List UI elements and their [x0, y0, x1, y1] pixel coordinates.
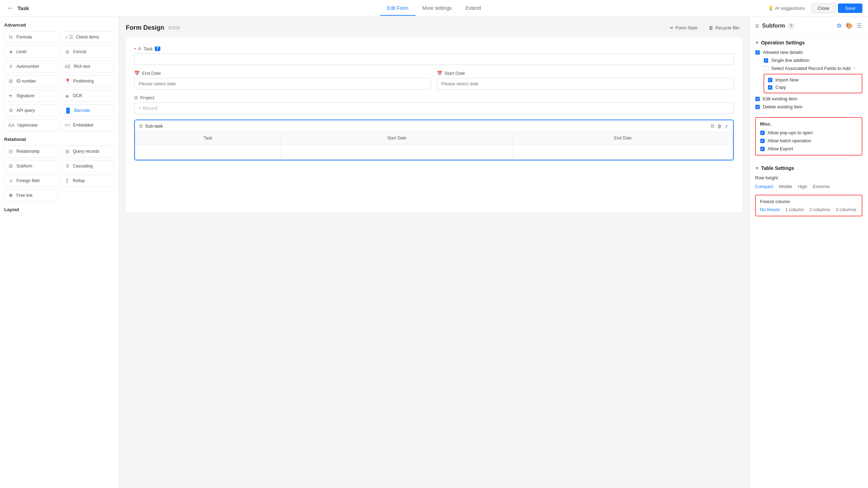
query-records-icon: ⊞: [65, 149, 70, 154]
import-copy-box: Import New Copy: [764, 74, 862, 93]
field-positioning[interactable]: 📍 Positioning: [61, 75, 115, 87]
task-type-badge: T: [155, 46, 160, 51]
field-formula[interactable]: fx Formula: [4, 31, 58, 43]
field-relationship[interactable]: ⊟ Relationship: [4, 145, 58, 157]
allowed-new-details-row: Allowed new details: [755, 50, 862, 55]
field-uppercase[interactable]: AA Uppercase: [4, 119, 58, 131]
freeze-2-columns[interactable]: 2 columns: [809, 207, 830, 212]
project-icon: ⊞: [134, 95, 138, 100]
positioning-icon: 📍: [65, 78, 71, 84]
field-ocr[interactable]: ◈ OCR: [61, 90, 115, 102]
field-barcode[interactable]: ▐▌ Barcode: [61, 105, 115, 116]
field-id-number[interactable]: ⊞ ID number: [4, 75, 58, 87]
field-signature[interactable]: ✒ Signature: [4, 90, 58, 102]
field-autonumber[interactable]: # Autonumber: [4, 60, 58, 72]
field-api-query[interactable]: ⚙ API query: [4, 105, 58, 116]
field-query-records[interactable]: ⊞ Query records: [61, 145, 115, 157]
table-settings-title[interactable]: ▼ Table Settings: [755, 165, 862, 171]
field-concat[interactable]: ⊕ Concat: [61, 46, 115, 58]
tab-edit-form[interactable]: Edit Form: [380, 1, 415, 16]
ocr-icon: ◈: [65, 93, 70, 99]
subform-table: Task Start Date End Date: [135, 132, 733, 160]
subform-cell: [135, 144, 281, 160]
back-button[interactable]: ←: [6, 3, 15, 13]
field-foreign-field[interactable]: ≡ Foreign field: [4, 175, 58, 187]
subform-header: ⊞ Sub-task ⧉ 🗑 ✓: [135, 120, 733, 132]
row-height-middle[interactable]: Middle: [779, 183, 792, 190]
level-icon: ★: [8, 49, 14, 55]
allow-batch-checkbox[interactable]: [760, 138, 765, 143]
free-link-icon: ✱: [8, 193, 14, 198]
relational-fields-grid: ⊟ Relationship ⊞ Query records ⊞ Subform…: [4, 145, 114, 201]
form-style-button[interactable]: ✏ Form Style: [667, 24, 701, 32]
edit-existing-checkbox[interactable]: [755, 96, 760, 101]
field-check-items[interactable]: ✓☰ Check items: [61, 31, 115, 43]
relationship-icon: ⊟: [8, 149, 14, 154]
select-associated-checkbox[interactable]: [764, 66, 768, 71]
panel-gear-icon[interactable]: ⚙: [836, 22, 842, 30]
subform-col-end-date: End Date: [513, 132, 733, 144]
delete-existing-checkbox[interactable]: [755, 105, 760, 109]
start-date-input[interactable]: [437, 78, 734, 89]
end-date-icon: 📅: [134, 71, 140, 76]
field-subform[interactable]: ⊞ Subform: [4, 160, 58, 172]
allowed-new-details-checkbox[interactable]: [755, 50, 760, 55]
subform-row-1: [135, 144, 733, 160]
api-query-icon: ⚙: [8, 108, 14, 113]
subform-delete-icon[interactable]: 🗑: [717, 123, 722, 129]
panel-menu-icon[interactable]: ☰: [856, 22, 862, 30]
panel-palette-icon[interactable]: 🎨: [845, 22, 853, 30]
misc-section: Misc. Allow pop-ups to open Allow batch …: [755, 117, 862, 156]
subform-container: ⊞ Sub-task ⧉ 🗑 ✓ Task Start Date E: [134, 120, 734, 160]
single-line-addition-checkbox[interactable]: [764, 58, 768, 63]
import-new-checkbox[interactable]: [768, 78, 773, 82]
field-free-link[interactable]: ✱ Free link: [4, 189, 58, 201]
save-button[interactable]: Save: [838, 3, 862, 13]
field-level[interactable]: ★ Level: [4, 46, 58, 58]
select-associated-help-icon[interactable]: ?: [853, 66, 855, 71]
uppercase-icon: AA: [8, 122, 15, 128]
left-sidebar: Advanced fx Formula ✓☰ Check items ★ Lev…: [0, 17, 119, 488]
panel-help-icon[interactable]: ?: [788, 23, 794, 29]
allow-popups-checkbox[interactable]: [760, 130, 765, 135]
row-height-high[interactable]: High: [798, 183, 807, 190]
app-title: Task: [17, 5, 29, 11]
single-line-addition-row: Single line addition: [764, 58, 862, 63]
relational-section-title: Relational: [4, 137, 114, 142]
right-panel: ⊞ Subform ? ⚙ 🎨 ☰ ▼ Operation Settings A…: [749, 17, 868, 488]
center-panel: Form Design 5/200 ✏ Form Style 🗑 Recycle…: [119, 17, 749, 488]
freeze-no-freeze[interactable]: No freeze: [760, 207, 780, 212]
subform-copy-icon[interactable]: ⧉: [711, 123, 714, 129]
field-cascading[interactable]: ⊽ Cascading: [61, 160, 115, 172]
right-panel-header: ⊞ Subform ? ⚙ 🎨 ☰: [750, 17, 868, 35]
ai-suggestions-button[interactable]: 💡 AI suggestions: [764, 3, 809, 13]
nav-left: ← Task: [6, 3, 289, 13]
top-nav: ← Task Edit Form More settings Extend 💡 …: [0, 0, 868, 17]
copy-checkbox[interactable]: [768, 85, 773, 90]
field-embedded[interactable]: <> Embedded: [61, 119, 115, 131]
row-height-compact[interactable]: Compact: [755, 183, 773, 190]
freeze-3-columns[interactable]: 3 columns: [836, 207, 856, 212]
subform-confirm-icon[interactable]: ✓: [725, 123, 729, 129]
allow-export-checkbox[interactable]: [760, 146, 765, 151]
misc-title: Misc.: [760, 121, 858, 127]
recycle-bin-button[interactable]: 🗑 Recycle Bin: [706, 24, 742, 32]
field-rich-text[interactable]: AE Rich text: [61, 60, 115, 72]
nav-right: 💡 AI suggestions Close Save: [579, 3, 862, 13]
tab-more-settings[interactable]: More settings: [415, 1, 459, 16]
end-date-input[interactable]: [134, 78, 431, 89]
record-button[interactable]: + Record: [134, 102, 734, 114]
subform-col-start-date: Start Date: [281, 132, 513, 144]
subform-col-task: Task: [135, 132, 281, 144]
operation-settings-title[interactable]: ▼ Operation Settings: [755, 40, 862, 45]
task-input[interactable]: [134, 53, 734, 65]
table-collapse-icon: ▼: [755, 166, 759, 170]
tab-extend[interactable]: Extend: [459, 1, 488, 16]
close-button[interactable]: Close: [812, 3, 835, 13]
freeze-1-column[interactable]: 1 column: [785, 207, 804, 212]
row-height-extreme[interactable]: Extreme: [813, 183, 830, 190]
field-rollup[interactable]: Σ Rollup: [61, 175, 115, 187]
subform-panel-icon: ⊞: [755, 23, 759, 29]
form-count: 5/200: [168, 25, 180, 30]
panel-title: Subform: [762, 23, 785, 29]
